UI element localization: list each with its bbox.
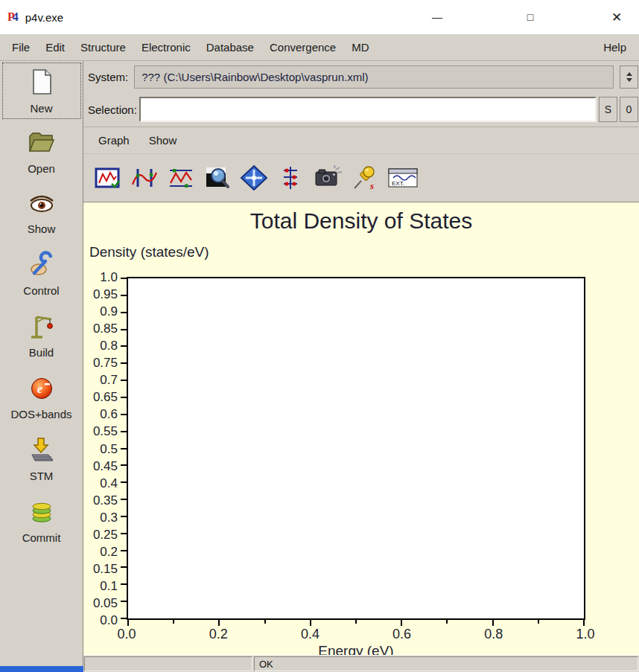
- y-tick-mark: [121, 329, 127, 330]
- selection-zero-button[interactable]: 0: [620, 97, 638, 122]
- energy-levels-button[interactable]: [276, 161, 305, 195]
- sidebar-item-label: STM: [30, 470, 54, 482]
- menu-electronic[interactable]: Electronic: [136, 37, 196, 57]
- y-tick-mark: [121, 431, 127, 432]
- y-tick-label: 0.0: [100, 614, 118, 627]
- x-tick-mark: [492, 620, 494, 626]
- y-tick-mark: [121, 601, 127, 602]
- status-message: OK: [254, 656, 638, 671]
- sidebar: New Open Show: [0, 61, 83, 672]
- x-tick-mark: [127, 620, 129, 626]
- y-tick-label: 0.15: [93, 562, 118, 575]
- disk-stack-icon: [28, 498, 55, 528]
- y-axis-title: Density (states/eV): [89, 244, 209, 260]
- open-folder-icon: [28, 130, 56, 159]
- zoom-icon: [203, 164, 232, 191]
- y-tick-mark: [121, 566, 127, 568]
- sidebar-item-label: Control: [23, 284, 59, 297]
- zoom-button[interactable]: [203, 161, 232, 195]
- pushpin-icon: s: [351, 164, 379, 191]
- minimize-button[interactable]: —: [419, 0, 455, 34]
- spinner-up-icon: [626, 72, 632, 76]
- sidebar-item-open[interactable]: Open: [3, 125, 80, 179]
- x-tick-mark: [218, 620, 220, 626]
- sidebar-item-label: New: [30, 102, 52, 115]
- maximize-button[interactable]: □: [512, 0, 548, 34]
- camera-button[interactable]: [313, 161, 343, 195]
- sidebar-item-label: Build: [29, 346, 54, 359]
- selection-s-button[interactable]: S: [599, 97, 617, 122]
- plot-window-button[interactable]: [94, 161, 122, 195]
- x-minor-tick-mark: [355, 620, 357, 624]
- y-tick-label: 0.8: [100, 339, 118, 352]
- x-tick-mark: [583, 620, 585, 626]
- selection-row: Selection: S 0: [83, 92, 639, 127]
- x-minor-tick-mark: [538, 620, 539, 624]
- wrench-hand-icon: [28, 251, 56, 281]
- y-tick-label: 0.65: [93, 391, 118, 403]
- sidebar-item-build[interactable]: Build: [3, 307, 80, 362]
- system-label: System:: [88, 71, 128, 83]
- x-axis-title: Energy (eV): [127, 643, 585, 655]
- sidebar-item-show[interactable]: Show: [3, 185, 80, 239]
- y-tick-mark: [121, 448, 127, 449]
- y-tick-label: 0.4: [100, 476, 118, 489]
- y-tick-label: 0.05: [93, 596, 118, 609]
- curve-markers-button[interactable]: [130, 161, 159, 195]
- x-tick-label: 0.2: [209, 627, 228, 641]
- curve-range-button[interactable]: [167, 161, 195, 195]
- pushpin-button[interactable]: s: [351, 161, 379, 195]
- menu-convergence[interactable]: Convergence: [264, 37, 341, 57]
- plot-window-icon: [94, 165, 122, 191]
- y-tick-label: 0.25: [93, 528, 118, 540]
- selection-input[interactable]: [139, 97, 597, 122]
- y-tick-label: 0.6: [100, 408, 118, 420]
- menu-file[interactable]: File: [7, 37, 35, 57]
- menu-show[interactable]: Show: [144, 131, 182, 150]
- menu-database[interactable]: Database: [201, 37, 259, 57]
- menu-graph[interactable]: Graph: [94, 131, 134, 150]
- sidebar-item-control[interactable]: Control: [3, 246, 80, 301]
- external-window-button[interactable]: EXT.: [387, 161, 419, 195]
- y-tick-mark: [121, 380, 127, 381]
- sidebar-item-commit[interactable]: Commit: [3, 493, 80, 548]
- x-minor-tick-mark: [446, 620, 448, 624]
- y-tick-mark: [121, 414, 127, 415]
- menu-md[interactable]: MD: [346, 37, 374, 57]
- spinner-down-icon: [626, 78, 632, 82]
- y-tick-mark: [121, 397, 127, 398]
- x-tick-mark: [401, 620, 402, 626]
- sidebar-item-label: Commit: [22, 531, 61, 544]
- y-tick-label: 0.1: [100, 579, 118, 592]
- menu-structure[interactable]: Structure: [75, 37, 131, 57]
- pan-button[interactable]: [240, 161, 268, 195]
- y-tick-mark: [121, 481, 127, 483]
- sidebar-item-new[interactable]: New: [3, 63, 80, 118]
- energy-levels-icon: [276, 164, 305, 191]
- selection-label: Selection:: [88, 103, 137, 116]
- y-tick-label: 0.75: [93, 356, 118, 369]
- plot-frame[interactable]: [127, 277, 585, 620]
- sidebar-item-dos-bands[interactable]: e DOS+bands: [3, 369, 80, 424]
- sidebar-item-stm[interactable]: STM: [3, 431, 80, 486]
- curve-markers-icon: [130, 165, 159, 191]
- system-row: System: ??? (C:\Users\Rainbow\Desktop\va…: [83, 61, 639, 92]
- y-tick-mark: [121, 345, 127, 347]
- y-tick-label: 0.5: [100, 442, 118, 455]
- y-tick-label: 0.9: [100, 305, 118, 318]
- system-spinner[interactable]: [620, 65, 638, 89]
- y-tick-label: 1.0: [100, 271, 118, 284]
- window-title: p4v.exe: [25, 11, 63, 24]
- close-button[interactable]: ✕: [599, 0, 635, 34]
- pan-icon: [240, 164, 268, 191]
- y-tick-label: 0.7: [100, 374, 118, 386]
- x-tick-mark: [310, 620, 311, 626]
- graph-toolbar: s EXT.: [83, 153, 639, 202]
- chart-canvas: Total Density of States Density (states/…: [83, 202, 639, 655]
- menu-edit[interactable]: Edit: [40, 37, 70, 57]
- svg-text:s: s: [369, 180, 374, 191]
- system-dropdown[interactable]: ??? (C:\Users\Rainbow\Desktop\vasprun.xm…: [134, 65, 614, 89]
- new-document-icon: [29, 68, 54, 98]
- menu-help[interactable]: Help: [598, 37, 632, 57]
- crane-icon: [28, 313, 55, 342]
